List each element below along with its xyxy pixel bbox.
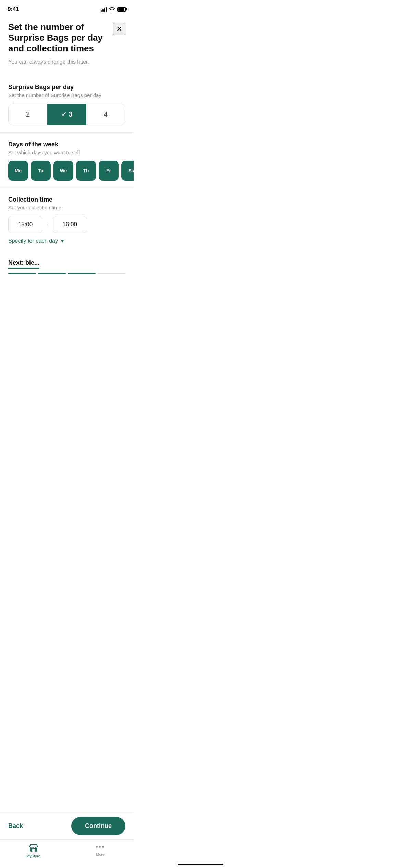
progress-seg-1: [8, 273, 36, 274]
progress-seg-3: [68, 273, 96, 274]
day-saturday[interactable]: Sa: [121, 161, 134, 181]
end-time-input[interactable]: 16:00: [53, 216, 87, 233]
start-time-input[interactable]: 15:00: [8, 216, 42, 233]
collection-time-title: Collection time: [8, 196, 125, 203]
signal-icon: [101, 7, 107, 12]
surprise-bags-section: Surprise Bags per day Set the number of …: [8, 75, 125, 132]
bag-option-2[interactable]: 2: [9, 104, 47, 125]
collection-time-desc: Set your collection time: [8, 205, 125, 210]
day-friday[interactable]: Fr: [99, 161, 119, 181]
bag-count-selector: 2 ✓ 3 4: [8, 104, 125, 125]
close-button[interactable]: [113, 23, 125, 35]
next-section-partial: Next: ble...: [8, 259, 39, 269]
status-bar: 9:41: [0, 0, 134, 16]
time-row: 15:00 - 16:00: [8, 216, 125, 233]
time-separator: -: [47, 221, 49, 228]
header-row: Set the number of Surprise Bags per day …: [8, 22, 125, 54]
overflow-area: Next: ble...: [8, 259, 125, 341]
collection-time-section: Collection time Set your collection time…: [8, 188, 125, 259]
page-subtitle: You can always change this later.: [8, 58, 125, 66]
progress-bar: [8, 273, 125, 280]
days-of-week-section: Days of the week Set which days you want…: [8, 133, 125, 188]
day-thursday[interactable]: Th: [76, 161, 96, 181]
close-icon: [116, 25, 123, 32]
wifi-icon: [109, 7, 115, 12]
progress-seg-2: [38, 273, 66, 274]
surprise-bags-desc: Set the number of Surprise Bags per day: [8, 92, 125, 98]
surprise-bags-title: Surprise Bags per day: [8, 84, 125, 91]
days-section-desc: Set which days you want to sell: [8, 149, 125, 155]
days-section-title: Days of the week: [8, 141, 125, 148]
page-title: Set the number of Surprise Bags per day …: [8, 22, 113, 54]
chevron-down-icon: ▼: [60, 238, 65, 244]
status-icons: [101, 7, 126, 12]
battery-icon: [117, 7, 126, 12]
day-monday[interactable]: Mo: [8, 161, 28, 181]
progress-seg-4: [98, 273, 125, 274]
specify-each-day-button[interactable]: Specify for each day ▼: [8, 238, 125, 244]
bag-option-4[interactable]: 4: [86, 104, 125, 125]
checkmark-icon: ✓: [61, 111, 66, 118]
day-tuesday[interactable]: Tu: [31, 161, 51, 181]
bag-option-3[interactable]: ✓ 3: [47, 104, 86, 125]
day-wednesday[interactable]: We: [53, 161, 73, 181]
main-content: Set the number of Surprise Bags per day …: [0, 16, 134, 341]
days-row: Mo Tu We Th Fr Sa Su: [8, 161, 125, 181]
status-time: 9:41: [8, 6, 19, 13]
